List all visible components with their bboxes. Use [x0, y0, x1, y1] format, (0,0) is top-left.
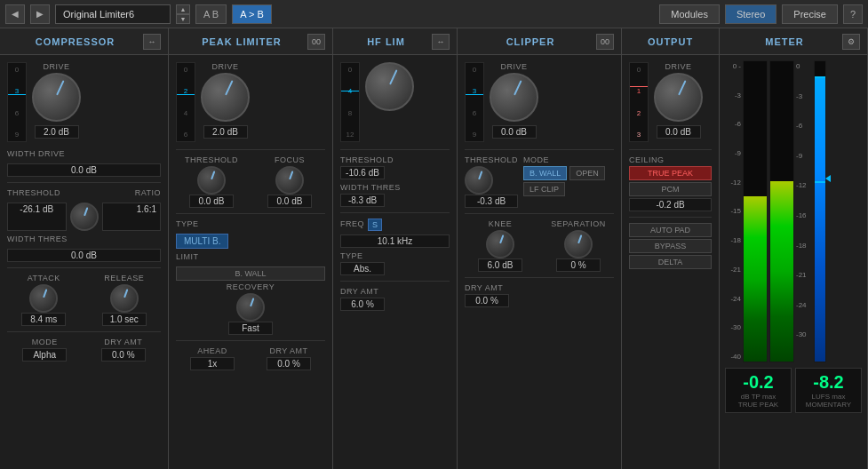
- clipper-knee-label: KNEE: [489, 219, 513, 228]
- hf-type-group: TYPE Abs.: [340, 251, 450, 275]
- compressor-mode-value: Alpha: [22, 348, 67, 362]
- peak-limiter-drive-value: 2.0 dB: [203, 125, 248, 139]
- preset-up-button[interactable]: ▲: [176, 4, 190, 14]
- pl-focus-value: 0.0 dB: [267, 195, 312, 208]
- pl-threshold-value: 0.0 dB: [189, 195, 234, 208]
- threshold-label: THRESHOLD: [7, 188, 83, 197]
- compressor-attack-knob[interactable]: [29, 284, 58, 313]
- hf-freq-value: 10.1 kHz: [340, 234, 450, 248]
- clipper-knee-knob[interactable]: [486, 230, 514, 258]
- compressor-drive-value: 2.0 dB: [35, 125, 79, 139]
- vu-needle: [8, 94, 26, 95]
- compressor-module: COMPRESSOR ↔ 0 3 6 9 DRIVE 2.0 dB: [0, 28, 169, 469]
- clipper-header: CLIPPER 00: [458, 28, 621, 55]
- main-area: COMPRESSOR ↔ 0 3 6 9 DRIVE 2.0 dB: [0, 28, 868, 469]
- hf-freq-s-button[interactable]: S: [368, 219, 382, 231]
- compressor-release-knob[interactable]: [110, 284, 139, 313]
- ab-button[interactable]: A B: [195, 4, 227, 24]
- help-button[interactable]: ?: [843, 4, 863, 24]
- clipper-content: 0 3 6 9 DRIVE 0.0 dB THRESHOLD -0: [458, 55, 621, 469]
- clipper-knee-group: KNEE 6.0 dB: [465, 219, 536, 272]
- preset-down-button[interactable]: ▼: [176, 14, 190, 24]
- hf-width-thres-label: WIDTH THRES: [340, 183, 401, 192]
- output-vu-needle: [630, 86, 648, 87]
- compressor-ratio-knob[interactable]: [70, 203, 99, 231]
- pl-limit-label: LIMIT: [176, 252, 199, 261]
- pl-recovery-value: Fast: [228, 322, 273, 335]
- clipper-badge[interactable]: 00: [596, 34, 614, 50]
- clipper-separation-knob[interactable]: [564, 230, 593, 258]
- preset-name[interactable]: Original Limiter6: [55, 4, 171, 24]
- meter-tp-bar: [814, 60, 826, 362]
- clipper-lfclip-button[interactable]: LF CLIP: [523, 182, 565, 196]
- pl-limit-button[interactable]: B. WALL: [176, 266, 325, 281]
- atob-button[interactable]: A > B: [232, 4, 272, 24]
- release-group: RELEASE 1.0 sec: [88, 274, 162, 326]
- output-vu: 0 1 2 3: [629, 62, 649, 142]
- meter-fill-left: [744, 196, 767, 362]
- tp-indicator-mid: [815, 181, 825, 183]
- hf-lim-icon[interactable]: ↔: [432, 34, 450, 50]
- hf-dry-amt-value: 6.0 %: [340, 298, 385, 311]
- meter-module: METER ⚙ 0 - -3 -6 -9 -12 -15 -18 -21 -24…: [720, 28, 868, 469]
- vu-tick-9: 9: [10, 131, 24, 139]
- delta-button[interactable]: DELTA: [629, 255, 712, 269]
- bypass-button[interactable]: BYPASS: [629, 239, 712, 253]
- compressor-drive-area: 0 3 6 9 DRIVE 2.0 dB: [7, 62, 161, 142]
- peak-limiter-vu: 0 2 4 6: [176, 62, 195, 142]
- pl-type-row: TYPE: [176, 219, 325, 230]
- clipper-dry-amt-label: DRY AMT: [465, 283, 503, 292]
- ceiling-truepeak-button[interactable]: TRUE PEAK: [629, 166, 712, 180]
- clipper-separation-group: SEPARATION 0 %: [543, 219, 614, 272]
- pl-ahead-value: 1x: [190, 357, 235, 370]
- top-bar: ◀ ▶ Original Limiter6 ▲ ▼ A B A > B Modu…: [0, 0, 868, 28]
- output-title: OUTPUT: [629, 36, 712, 47]
- clipper-open-button[interactable]: OPEN: [569, 166, 605, 180]
- peak-limiter-module: PEAK LIMITER 00 0 2 4 6 DRIVE 2.0 dB: [169, 28, 333, 469]
- compressor-icon[interactable]: ↔: [143, 34, 161, 50]
- meter-gear-icon[interactable]: ⚙: [842, 34, 860, 50]
- pl-threshold-knob[interactable]: [197, 166, 226, 195]
- width-drive-label: WIDTH DRIVE: [7, 149, 65, 158]
- output-drive-knob[interactable]: [654, 73, 703, 122]
- mode-group: MODE Alpha: [7, 338, 83, 362]
- hf-lim-main-knob[interactable]: [365, 62, 414, 111]
- clipper-threshold-knob[interactable]: [465, 166, 493, 195]
- pl-recovery-knob[interactable]: [236, 293, 265, 322]
- hf-lim-drive-area: 0 4 8 12: [340, 62, 450, 142]
- pl-focus-knob[interactable]: [275, 166, 304, 195]
- pl-focus-label: FOCUS: [275, 155, 305, 164]
- peak-limiter-drive-knob[interactable]: [201, 73, 250, 122]
- clipper-bwall-button[interactable]: B. WALL: [523, 166, 567, 180]
- modules-button[interactable]: Modules: [659, 4, 720, 24]
- peak-limiter-badge[interactable]: 00: [307, 34, 325, 50]
- compressor-width-thres-value: 0.0 dB: [7, 249, 161, 262]
- compressor-drive-knob[interactable]: [32, 73, 81, 122]
- hf-width-thres-group: WIDTH THRES -8.3 dB: [340, 183, 450, 207]
- compressor-attack-value: 8.4 ms: [21, 313, 66, 326]
- width-thres-row: WIDTH THRES: [7, 234, 161, 245]
- stereo-button[interactable]: Stereo: [725, 4, 776, 24]
- dry-amt-label: DRY AMT: [104, 338, 142, 346]
- precise-button[interactable]: Precise: [782, 4, 838, 24]
- tp-readout-value: -0.2: [729, 372, 787, 393]
- hf-width-thres-value: -8.3 dB: [340, 194, 385, 207]
- pl-vu-needle: [177, 94, 195, 95]
- hf-lim-header: HF LIM ↔: [333, 28, 457, 55]
- meter-header: METER ⚙: [720, 28, 867, 55]
- meter-scale-right: 0 -3 -6 -9 -12 -16 -18 -21 -24 -30: [796, 60, 812, 362]
- pl-type-button[interactable]: MULTI B.: [176, 234, 228, 249]
- ceiling-pcm-button[interactable]: PCM: [629, 182, 712, 196]
- meter-fill-right: [770, 181, 793, 362]
- back-button[interactable]: ◀: [5, 4, 25, 24]
- lufs-readout-box: -8.2 LUFS max MOMENTARY: [795, 368, 862, 413]
- output-drive-label: DRIVE: [665, 62, 691, 71]
- output-module: OUTPUT 0 1 2 3 DRIVE 0.0 dB CEI: [622, 28, 720, 469]
- hf-freq-row: FREQ S: [340, 219, 450, 231]
- meter-tp-fill: [815, 76, 825, 362]
- clipper-drive-knob[interactable]: [490, 73, 538, 122]
- hf-threshold-value: -10.6 dB: [340, 166, 385, 179]
- forward-button[interactable]: ▶: [30, 4, 50, 24]
- preset-arrows: ▲ ▼: [176, 4, 190, 24]
- auto-pad-button[interactable]: AUTO PAD: [629, 223, 712, 237]
